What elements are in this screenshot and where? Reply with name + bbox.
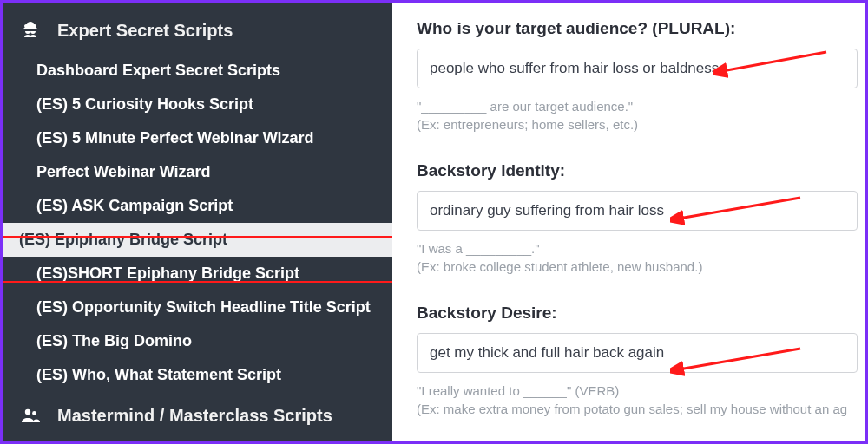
sidebar-item-epiphany-bridge[interactable]: (ES) Epiphany Bridge Script — [3, 223, 392, 257]
sidebar-item-short-epiphany[interactable]: (ES)SHORT Epiphany Bridge Script — [3, 257, 392, 291]
form-group-backstory-desire: Backstory Desire: "I really wanted to __… — [417, 304, 865, 418]
hint-backstory-desire: "I really wanted to ______" (VERB) (Ex: … — [417, 382, 865, 418]
input-backstory-desire[interactable] — [417, 333, 858, 373]
sidebar-item-ask-campaign[interactable]: (ES) ASK Campaign Script — [3, 189, 392, 223]
form-area: Who is your target audience? (PLURAL): "… — [392, 3, 865, 441]
label-backstory-identity: Backstory Identity: — [417, 161, 865, 180]
sidebar-item-perfect-webinar[interactable]: Perfect Webinar Wizard — [3, 155, 392, 189]
sidebar-item-5min-webinar[interactable]: (ES) 5 Minute Perfect Webinar Wizard — [3, 121, 392, 155]
svg-point-1 — [32, 411, 36, 415]
sidebar-item-curiosity-hooks[interactable]: (ES) 5 Curiosity Hooks Script — [3, 88, 392, 121]
hint-backstory-identity: "I was a _________." (Ex: broke college … — [417, 239, 865, 276]
label-target-audience: Who is your target audience? (PLURAL): — [417, 19, 865, 38]
people-icon — [19, 404, 42, 427]
sidebar-title: Expert Secret Scripts — [57, 21, 233, 41]
sidebar-header: Expert Secret Scripts — [3, 12, 392, 54]
form-group-target-audience: Who is your target audience? (PLURAL): "… — [417, 19, 865, 134]
sidebar-item-dashboard[interactable]: Dashboard Expert Secret Scripts — [3, 54, 392, 88]
spy-icon — [19, 19, 42, 42]
input-backstory-identity[interactable] — [417, 191, 858, 231]
sidebar-footer[interactable]: Mastermind / Masterclass Scripts — [3, 397, 392, 434]
input-target-audience[interactable] — [417, 49, 858, 88]
sidebar-item-who-what[interactable]: (ES) Who, What Statement Script — [3, 358, 392, 392]
sidebar-item-opportunity-switch[interactable]: (ES) Opportunity Switch Headline Title S… — [3, 291, 392, 324]
sidebar-list: Dashboard Expert Secret Scripts (ES) 5 C… — [3, 54, 392, 392]
sidebar-item-big-domino[interactable]: (ES) The Big Domino — [3, 324, 392, 358]
svg-point-0 — [25, 409, 30, 415]
annotation-line-bottom — [3, 281, 392, 283]
label-backstory-desire: Backstory Desire: — [417, 304, 865, 323]
sidebar: Expert Secret Scripts Dashboard Expert S… — [3, 3, 392, 441]
sidebar-footer-label: Mastermind / Masterclass Scripts — [57, 406, 332, 426]
annotation-line-top — [3, 236, 392, 238]
form-group-backstory-identity: Backstory Identity: "I was a _________."… — [417, 161, 865, 276]
app-frame: Expert Secret Scripts Dashboard Expert S… — [0, 0, 868, 444]
hint-target-audience: "_________ are our target audience." (Ex… — [417, 97, 865, 134]
